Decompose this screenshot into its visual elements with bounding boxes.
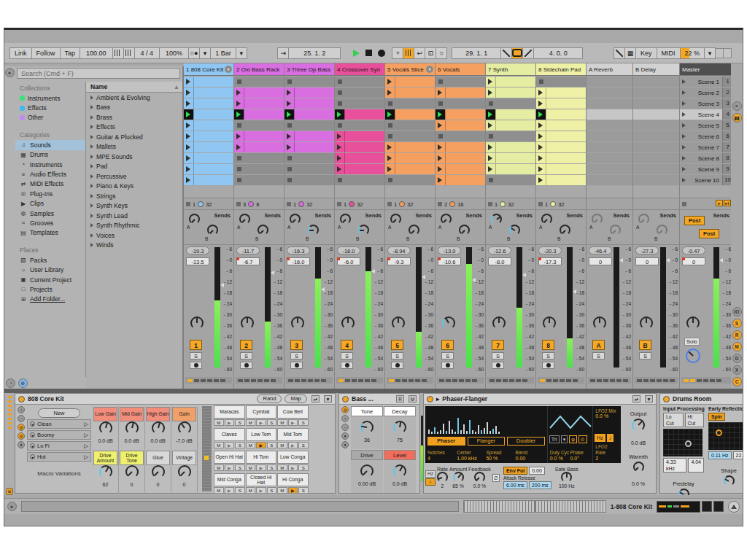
macro-knob[interactable] [125, 465, 139, 478]
mixer-toggle-r[interactable]: R [732, 330, 742, 340]
lock-icon[interactable]: ● [30, 443, 35, 448]
blend-param[interactable]: Blend0.00 [516, 450, 545, 462]
sidebar-item-midi-effects[interactable]: ⇄MIDI Effects [15, 179, 85, 189]
lfo2-mix-value[interactable]: 0.0 % [593, 413, 621, 419]
macro-value[interactable]: 62 [93, 482, 118, 487]
lo-cut-button[interactable]: Lo Cut [663, 413, 684, 427]
device-rail-bars-icon[interactable] [8, 396, 12, 429]
peak-level-field[interactable]: -18.0 [337, 246, 360, 254]
volume-field[interactable]: -17.3 [538, 257, 562, 265]
clip-slot[interactable] [436, 175, 485, 185]
clip-stop-icon[interactable] [388, 123, 392, 128]
rate-hz-button[interactable]: Hz [425, 470, 436, 478]
clip-slot[interactable] [385, 164, 435, 174]
clip-slot[interactable] [184, 77, 233, 87]
expand-arrow-icon[interactable] [90, 96, 93, 100]
lfo2-hz-button[interactable]: Hz [595, 434, 605, 442]
meter-view-button[interactable]: ▮▮ [732, 113, 742, 122]
stop-slot[interactable] [385, 175, 435, 185]
env-amount-field[interactable]: 0.00 [529, 467, 545, 475]
drum-pad-closed-hi-hat[interactable]: Closed Hi HatM▶S [246, 473, 277, 495]
empty-slot-area[interactable] [385, 186, 435, 198]
clip-play-icon[interactable] [186, 101, 190, 106]
clip-play-icon[interactable] [488, 122, 492, 128]
arm-button[interactable] [542, 362, 554, 369]
sidebar-item-drums[interactable]: ▦Drums [15, 150, 85, 160]
predelay-knob[interactable]: Predelay 8.00 ms [663, 475, 704, 495]
volume-fader-handle[interactable] [422, 275, 425, 279]
stop-slot[interactable] [385, 131, 435, 141]
stop-slot[interactable] [285, 153, 334, 163]
arm-button[interactable] [492, 362, 504, 369]
send-b-knob[interactable] [560, 225, 570, 236]
clip-play-icon[interactable] [337, 166, 341, 172]
pad-name[interactable]: Mid Conga [214, 473, 245, 486]
empty-slot-area[interactable] [436, 186, 485, 198]
send-b-knob[interactable] [308, 225, 319, 236]
clip-play-icon[interactable] [236, 101, 241, 106]
clip-stop-icon[interactable] [237, 167, 241, 171]
filter-q-field[interactable]: 4.04 [688, 458, 704, 472]
phase-param[interactable]: Phase0.0° [570, 450, 591, 462]
playing-clip-button[interactable] [335, 109, 344, 120]
clip-slot[interactable] [184, 142, 233, 152]
duty-cycle-param[interactable]: Duty Cyc0.0 % [550, 450, 570, 462]
save-preset-icon[interactable]: ▼ [324, 395, 332, 402]
clip-stop-icon[interactable] [388, 101, 392, 106]
pan-knob[interactable] [341, 316, 355, 330]
drum-pad-mid-tom[interactable]: Mid TomM▶S [277, 428, 309, 450]
decay-knob-cell[interactable]: Decay75 [384, 406, 416, 449]
pad-mute-button[interactable]: M [214, 464, 224, 471]
clip-stop-icon[interactable] [237, 178, 241, 182]
clip-playing[interactable] [385, 109, 435, 120]
pad-name[interactable]: Hi Tom [246, 451, 277, 464]
clip-play-icon[interactable] [438, 155, 442, 161]
return-slot[interactable] [633, 77, 679, 87]
return-slot[interactable] [587, 77, 632, 87]
return-activator-button[interactable]: A [592, 340, 605, 350]
browser-collapse-button[interactable]: ▸ [5, 68, 15, 77]
empty-slot-area[interactable] [234, 186, 284, 198]
pad-play-button[interactable]: ▶ [288, 464, 298, 471]
clip-play-icon[interactable] [287, 133, 291, 139]
tap-tempo-button[interactable]: Tap [60, 47, 81, 59]
cpu-dropdown-icon[interactable]: ▾ [704, 47, 716, 59]
return-slot[interactable] [633, 131, 679, 141]
follow-playhead-icon[interactable]: ⇥ [277, 47, 289, 59]
loop-length-field[interactable]: 4. 0. 0 [533, 47, 583, 59]
clip-slot[interactable] [184, 98, 233, 109]
clip-play-icon[interactable] [287, 90, 291, 96]
macro-gain[interactable]: Gain-7.0 dB [171, 406, 198, 450]
pad-name[interactable]: Cymbal [246, 405, 277, 419]
clip-slot[interactable] [335, 131, 384, 141]
stop-slot[interactable] [285, 175, 334, 185]
variation-launch-icon[interactable]: ▷ [84, 454, 88, 460]
browser-list-item[interactable]: Synth Lead [86, 211, 182, 221]
volume-fader-handle[interactable] [666, 258, 670, 262]
punch-in-button[interactable] [500, 47, 512, 59]
rack-toggle-icon[interactable]: ◍ [18, 424, 25, 431]
stop-slot[interactable] [335, 120, 384, 131]
arm-button[interactable] [341, 362, 353, 369]
clip-stop-icon[interactable] [489, 178, 493, 182]
peak-level-field[interactable]: -16.3 [287, 246, 310, 254]
sidebar-item-sounds[interactable]: ♫Sounds [15, 140, 85, 149]
clip-stop-icon[interactable] [338, 178, 342, 182]
clip-slot[interactable] [436, 142, 485, 152]
macro-knob[interactable] [99, 421, 112, 435]
pad-mute-button[interactable]: M [214, 442, 224, 448]
browser-list-item[interactable]: Percussive [86, 171, 182, 182]
clip-slot[interactable] [234, 142, 284, 152]
attack-field[interactable]: 6.00 ms [503, 481, 527, 489]
place-item-user-library[interactable]: ○User Library [15, 265, 85, 274]
key-map-button[interactable]: Key [635, 47, 657, 59]
rack-toggle-icon[interactable]: ● [18, 441, 25, 448]
expand-arrow-icon[interactable] [90, 214, 93, 218]
track-header[interactable]: 4 Crossover Syn [335, 63, 384, 76]
expand-arrow-icon[interactable] [90, 243, 93, 247]
clip-stop-icon[interactable] [388, 134, 392, 139]
clip-slot[interactable] [436, 153, 485, 163]
clip-play-icon[interactable] [186, 133, 190, 139]
scene-play-icon[interactable] [682, 178, 686, 182]
tone-knob[interactable] [360, 421, 374, 434]
